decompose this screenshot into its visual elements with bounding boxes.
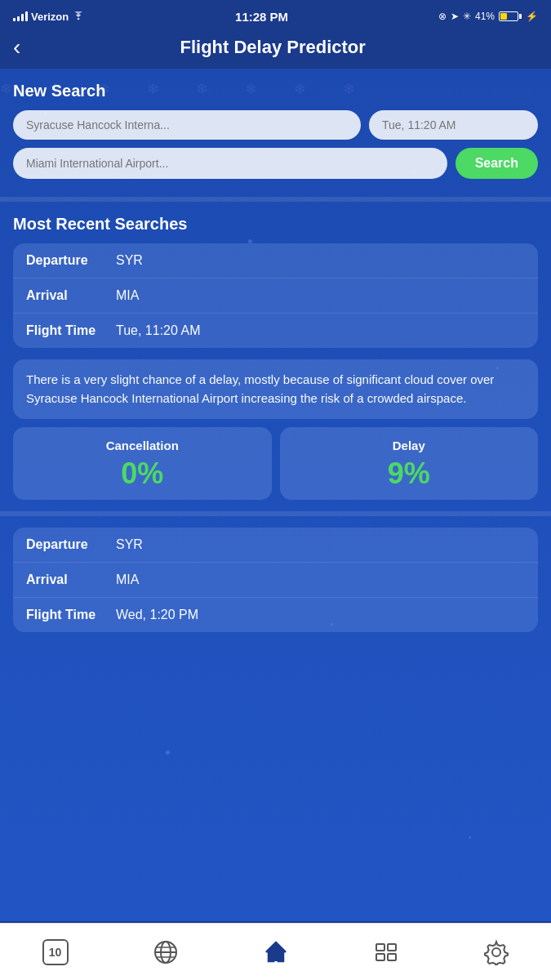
cancellation-value: 0% <box>26 459 259 488</box>
list-icon <box>373 939 399 965</box>
result-group-1[interactable]: Departure SYR Arrival MIA Flight Time Tu… <box>13 243 538 348</box>
results-divider <box>0 511 551 516</box>
tab-settings[interactable] <box>441 924 551 980</box>
tab-list[interactable] <box>331 924 441 980</box>
departure-airport-input[interactable] <box>13 110 361 140</box>
departure-value-2: SYR <box>116 537 143 552</box>
battery-icon <box>499 11 522 21</box>
charging-icon: ⚡ <box>526 11 538 22</box>
wifi-icon <box>72 11 85 21</box>
datetime-input[interactable] <box>369 110 538 140</box>
search-row-1 <box>13 110 538 140</box>
cancellation-card: Cancellation 0% <box>13 427 272 500</box>
status-right: ⊗ ➤ ✳ 41% ⚡ <box>438 11 538 22</box>
tab-bar: 10 <box>0 923 551 980</box>
status-time: 11:28 PM <box>235 10 288 24</box>
tab-globe[interactable] <box>110 924 220 980</box>
departure-row-2: Departure SYR <box>13 528 538 563</box>
delay-value: 9% <box>293 459 526 488</box>
departure-row-1: Departure SYR <box>13 243 538 278</box>
stats-row: Cancellation 0% Delay 9% <box>13 427 538 500</box>
arrival-label-1: Arrival <box>26 288 116 303</box>
recent-searches-title: Most Recent Searches <box>13 215 538 234</box>
result-group-2[interactable]: Departure SYR Arrival MIA Flight Time We… <box>13 528 538 632</box>
arrival-label-2: Arrival <box>26 572 116 587</box>
arrival-airport-input[interactable] <box>13 148 447 179</box>
settings-icon <box>483 939 509 965</box>
status-bar: Verizon 11:28 PM ⊗ ➤ ✳ 41% ⚡ <box>0 0 551 29</box>
bluetooth-icon: ✳ <box>463 11 471 22</box>
delay-card: Delay 9% <box>280 427 539 500</box>
svg-rect-8 <box>376 954 384 960</box>
flighttime-label-1: Flight Time <box>26 323 116 338</box>
new-search-title: New Search <box>13 82 538 100</box>
svg-rect-7 <box>388 944 396 951</box>
lock-icon: ⊗ <box>438 11 447 22</box>
departure-label-2: Departure <box>26 537 116 552</box>
app-header: ‹ Flight Delay Predictor <box>0 29 551 69</box>
flighttime-value-2: Wed, 1:20 PM <box>116 608 198 622</box>
arrival-value-1: MIA <box>116 288 139 303</box>
flighttime-label-2: Flight Time <box>26 608 116 622</box>
back-button[interactable]: ‹ <box>13 36 20 59</box>
svg-rect-6 <box>376 944 384 951</box>
battery-percent: 41% <box>475 11 495 22</box>
delay-label: Delay <box>293 439 526 452</box>
badge-number[interactable]: 10 <box>42 939 69 965</box>
departure-label-1: Departure <box>26 253 116 268</box>
page-title: Flight Delay Predictor <box>30 37 515 58</box>
new-search-section: New Search Search <box>0 69 551 197</box>
flighttime-row-2: Flight Time Wed, 1:20 PM <box>13 598 538 632</box>
tab-badge-item[interactable]: 10 <box>0 924 110 980</box>
delay-description: There is a very slight chance of a delay… <box>13 359 538 419</box>
home-icon <box>262 938 290 966</box>
arrival-row-2: Arrival MIA <box>13 563 538 598</box>
recent-searches-section: Most Recent Searches Departure SYR Arriv… <box>0 202 551 632</box>
svg-rect-9 <box>388 954 396 960</box>
flighttime-value-1: Tue, 11:20 AM <box>116 323 200 338</box>
signal-icon <box>13 11 28 21</box>
arrival-row-1: Arrival MIA <box>13 278 538 314</box>
status-left: Verizon <box>13 11 85 23</box>
departure-value-1: SYR <box>116 253 143 268</box>
tab-home[interactable] <box>220 924 331 980</box>
arrival-value-2: MIA <box>116 572 139 587</box>
search-row-2: Search <box>13 148 538 179</box>
carrier-label: Verizon <box>31 11 69 23</box>
svg-rect-5 <box>273 956 278 961</box>
flighttime-row-1: Flight Time Tue, 11:20 AM <box>13 314 538 348</box>
main-content: New Search Search Most Recent Searches D… <box>0 69 551 921</box>
svg-point-10 <box>492 948 500 956</box>
cancellation-label: Cancellation <box>26 439 259 452</box>
globe-icon <box>153 939 179 965</box>
search-button[interactable]: Search <box>455 148 538 179</box>
location-icon: ➤ <box>451 11 459 22</box>
